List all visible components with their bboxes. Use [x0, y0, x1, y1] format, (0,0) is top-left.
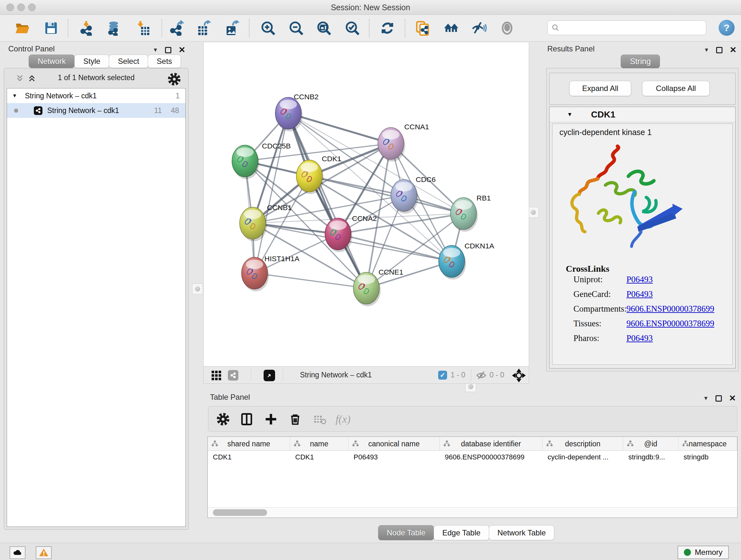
zoom-in-icon[interactable] [260, 20, 276, 37]
network-view-canvas[interactable]: CCNB2CCNA1CDC25BCDK1CDC6RB1CCNB1CCNA2CDK… [203, 43, 529, 366]
collapse-panel-icon[interactable]: ▼ [704, 47, 709, 53]
network-node-CCNB2[interactable] [275, 98, 303, 132]
table-row[interactable]: CDK1CDK1P064939606.ENSP00000378699cyclin… [208, 451, 737, 465]
network-node-CDC6[interactable] [391, 179, 418, 213]
table-cell[interactable]: P06493 [348, 451, 440, 465]
left-splitter-handle[interactable] [192, 284, 203, 294]
hide-selected-icon[interactable] [471, 20, 487, 37]
birdseye-home-icon[interactable] [443, 20, 460, 37]
refresh-icon[interactable] [379, 20, 396, 37]
tab-network-table[interactable]: Network Table [489, 525, 555, 540]
collapse-all-button[interactable]: Collapse All [642, 81, 710, 96]
network-edge[interactable] [288, 113, 391, 144]
column-header-databaseidentifier[interactable]: database identifier [440, 437, 542, 451]
float-panel-icon[interactable] [716, 395, 722, 401]
table-cell[interactable]: stringdb:9... [623, 451, 678, 465]
import-table-icon[interactable] [135, 20, 151, 37]
network-node-CCNB1[interactable] [240, 207, 267, 241]
network-collection-row[interactable]: ▼ String Network – cdk1 1 [7, 88, 185, 103]
network-edge[interactable] [255, 113, 288, 273]
network-edge[interactable] [309, 176, 463, 213]
column-header-canonicalname[interactable]: canonical name [348, 437, 440, 451]
show-all-icon[interactable] [499, 20, 515, 37]
grid-mode-icon[interactable] [212, 371, 221, 380]
memory-button[interactable]: Memory [677, 546, 729, 559]
help-button[interactable]: ? [719, 20, 735, 36]
import-network-icon[interactable] [78, 20, 95, 37]
warnings-button[interactable] [36, 546, 52, 559]
selected-items-checkbox-icon[interactable]: ✓ [438, 371, 447, 380]
hidden-items-eye-slash-icon[interactable] [475, 370, 487, 382]
show-columns-icon[interactable] [239, 412, 254, 427]
network-tab-pane: 1 of 1 Network selected ▼ String Network… [4, 68, 189, 530]
zoom-out-icon[interactable] [288, 20, 305, 37]
table-horizontal-scrollbar[interactable] [208, 507, 737, 517]
import-database-icon[interactable] [105, 20, 122, 37]
network-options-gear-icon[interactable] [167, 72, 181, 87]
open-session-icon[interactable] [14, 20, 30, 37]
collapse-panel-icon[interactable]: ▼ [703, 395, 709, 401]
tab-style[interactable]: Style [74, 55, 109, 68]
close-panel-icon[interactable]: ✕ [729, 393, 736, 403]
right-splitter-handle[interactable] [528, 207, 539, 218]
export-image-icon[interactable] [223, 20, 240, 37]
table-cell[interactable]: stringdb [678, 451, 737, 465]
crosslink-hyperlink[interactable]: P06493 [626, 333, 653, 343]
column-header-description[interactable]: description [542, 437, 623, 451]
function-builder-icon[interactable]: f(x) [335, 412, 351, 427]
tab-sets[interactable]: Sets [148, 55, 181, 68]
birdseye-view-icon[interactable] [264, 370, 275, 381]
close-panel-icon[interactable]: ✕ [730, 45, 737, 55]
table-settings-gear-icon[interactable] [215, 412, 231, 427]
column-header-sharedname[interactable]: shared name [208, 437, 290, 451]
tab-string-results[interactable]: String [621, 55, 660, 68]
string-network-type-icon[interactable] [228, 370, 239, 381]
network-edge[interactable] [255, 273, 366, 288]
table-cell[interactable]: CDK1 [290, 451, 348, 465]
column-header-namespace[interactable]: namespace [678, 437, 737, 451]
copy-network-icon[interactable] [414, 20, 431, 37]
network-edge[interactable] [255, 234, 338, 273]
network-node-CCNA1[interactable] [378, 127, 405, 162]
export-table-icon[interactable] [195, 20, 212, 37]
tab-node-table[interactable]: Node Table [378, 525, 434, 540]
network-node-CCNA2[interactable] [325, 218, 352, 252]
network-row[interactable]: String Network – cdk1 11 48 [7, 103, 185, 118]
fit-content-crosshair-icon[interactable] [512, 368, 526, 384]
save-session-icon[interactable] [43, 20, 59, 37]
column-header-id[interactable]: @id [623, 437, 678, 451]
network-node-RB1[interactable] [450, 198, 478, 232]
delete-column-icon[interactable] [287, 412, 303, 427]
search-input[interactable] [547, 20, 706, 35]
export-network-icon[interactable] [168, 20, 185, 37]
network-edge[interactable] [288, 113, 366, 288]
gene-header-row[interactable]: ▼ CDK1 [549, 107, 735, 122]
column-header-name[interactable]: name [290, 437, 348, 451]
table-cell[interactable]: CDK1 [208, 451, 290, 465]
crosslink-hyperlink[interactable]: 9606.ENSP00000378699 [626, 319, 714, 328]
delete-table-icon[interactable] [313, 412, 328, 427]
expand-all-button[interactable]: Expand All [569, 81, 631, 96]
collection-expand-arrow-icon[interactable]: ▼ [12, 93, 17, 99]
network-node-CDK1[interactable] [296, 160, 324, 194]
tab-edge-table[interactable]: Edge Table [434, 525, 489, 540]
crosslink-hyperlink[interactable]: P06493 [626, 274, 653, 285]
tab-select[interactable]: Select [109, 55, 148, 68]
float-panel-icon[interactable] [716, 47, 723, 53]
cloud-status-button[interactable] [10, 546, 25, 559]
crosslink-hyperlink[interactable]: P06493 [626, 289, 653, 299]
add-column-icon[interactable] [263, 412, 279, 427]
scrollbar-thumb[interactable] [213, 509, 267, 516]
zoom-fit-icon[interactable] [316, 20, 332, 37]
table-cell[interactable]: 9606.ENSP00000378699 [440, 451, 542, 465]
collapse-panel-icon[interactable]: ▼ [152, 47, 158, 53]
float-panel-icon[interactable] [165, 47, 172, 53]
close-panel-icon[interactable]: ✕ [179, 45, 185, 55]
network-node-CDKN1A[interactable] [439, 246, 466, 280]
network-node-CCNE1[interactable] [353, 272, 381, 307]
tab-network[interactable]: Network [29, 55, 75, 68]
crosslink-hyperlink[interactable]: 9606.ENSP00000378699 [626, 304, 714, 314]
table-cell[interactable]: cyclin-dependent ... [542, 451, 623, 465]
gene-expand-arrow-icon[interactable]: ▼ [567, 111, 572, 118]
zoom-selected-icon[interactable] [344, 20, 360, 37]
